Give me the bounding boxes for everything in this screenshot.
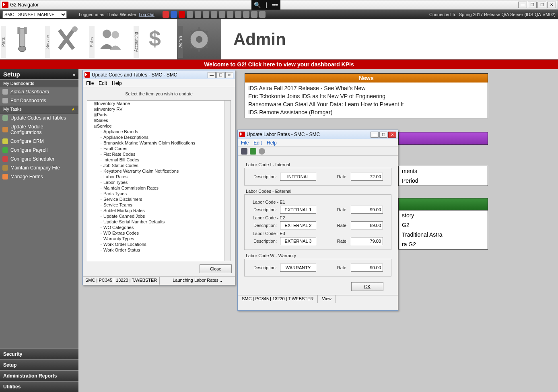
- toolbar-icon-1[interactable]: [163, 11, 169, 18]
- location-select[interactable]: SMC - SUNSET MARINE: [2, 11, 67, 18]
- tree-node-service[interactable]: Service: [94, 123, 231, 129]
- tree-leaf[interactable]: Update Serial Number Defaults: [100, 219, 231, 225]
- news-item[interactable]: Eric Tchokonte Joins IDS as Its New VP o…: [248, 92, 484, 100]
- tab-accounting[interactable]: Accounting $: [133, 19, 177, 60]
- toolbar-icon-11[interactable]: [243, 11, 249, 18]
- sidebar-item-manage-forms[interactable]: Manage Forms: [0, 172, 78, 181]
- lr-minimize-button[interactable]: —: [371, 132, 379, 138]
- lr-menu-file[interactable]: File: [241, 140, 249, 146]
- kpi-banner[interactable]: Welcome to G2! Click here to view your d…: [0, 60, 558, 69]
- tree-leaf[interactable]: Service Teams: [100, 202, 231, 208]
- tree-leaf[interactable]: Appliance Brands: [100, 129, 231, 134]
- tree-leaf[interactable]: Fault Codes: [100, 146, 231, 151]
- tree-leaf[interactable]: WO Categories: [100, 225, 231, 230]
- star-icon[interactable]: ★: [71, 107, 75, 112]
- e1-rate-input[interactable]: [351, 206, 383, 214]
- uc-close-button[interactable]: ✕: [225, 72, 233, 78]
- sidebar-item-configure-payroll[interactable]: Configure Payroll: [0, 146, 78, 155]
- e3-desc-input[interactable]: [280, 237, 316, 245]
- tab-admin[interactable]: Admin: [177, 19, 221, 60]
- tree-leaf[interactable]: Labor Types: [100, 179, 231, 185]
- sidebar-item-admin-dashboard[interactable]: Admin Dashboard: [0, 87, 78, 96]
- tab-service[interactable]: Service: [44, 19, 89, 60]
- link-partial[interactable]: ments: [399, 166, 488, 176]
- uc-minimize-button[interactable]: —: [208, 72, 216, 78]
- link-partial[interactable]: Period: [399, 176, 488, 186]
- tree-node[interactable]: Inventory RV: [94, 106, 231, 112]
- sidebar-item-update-modules[interactable]: Update Module Configurations: [0, 122, 78, 137]
- warranty-rate-input[interactable]: [351, 264, 383, 272]
- tree-leaf[interactable]: Sublet Markup Rates: [100, 208, 231, 213]
- save-icon[interactable]: [241, 148, 247, 155]
- tree-leaf[interactable]: Appliance Descriptions: [100, 134, 231, 140]
- e2-rate-input[interactable]: [351, 221, 383, 229]
- tree-leaf[interactable]: Warranty Types: [100, 236, 231, 241]
- sidebar-item-maintain-company[interactable]: Maintain Company File: [0, 163, 78, 172]
- sidebar-item-update-codes[interactable]: Update Codes and Tables: [0, 113, 78, 122]
- sidebar-bottom-setup[interactable]: Setup: [0, 359, 78, 370]
- sidebar-item-configure-crm[interactable]: Configure CRM: [0, 137, 78, 146]
- tree-leaf[interactable]: Work Order Locations: [100, 241, 231, 247]
- e3-rate-input[interactable]: [351, 237, 383, 245]
- tree-node[interactable]: Sales: [94, 118, 231, 123]
- link-partial[interactable]: G2: [399, 220, 488, 230]
- toolbar-icon-5[interactable]: [195, 11, 201, 18]
- lr-menu-help[interactable]: Help: [267, 140, 277, 146]
- toolbar-icon-6[interactable]: [203, 11, 209, 18]
- tab-parts[interactable]: Parts: [0, 19, 44, 60]
- tree-leaf[interactable]: Update Canned Jobs: [100, 213, 231, 219]
- toolbar-icon-3[interactable]: [179, 11, 185, 18]
- toolbar-icon-8[interactable]: [219, 11, 225, 18]
- sidebar-item-edit-dashboards[interactable]: Edit Dashboards: [0, 96, 78, 105]
- tree-node[interactable]: Inventory Marine: [94, 101, 231, 106]
- uc-menu-edit[interactable]: Edit: [99, 80, 107, 86]
- link-partial[interactable]: Traditional Astra: [399, 230, 488, 239]
- warranty-desc-input[interactable]: [280, 264, 316, 272]
- toolbar-icon-12[interactable]: [251, 11, 257, 18]
- toolbar-icon-10[interactable]: [235, 11, 241, 18]
- news-item[interactable]: IDS Remote Assistance (Bomgar): [248, 108, 484, 116]
- tree-leaf[interactable]: Brunswick Marine Warranty Claim Notifica…: [100, 140, 231, 146]
- toolbar-icon-13[interactable]: [259, 11, 266, 18]
- toolbar-icon-9[interactable]: [227, 11, 233, 18]
- lr-close-button[interactable]: ✕: [388, 132, 396, 138]
- toolbar-icon-4[interactable]: [187, 11, 193, 18]
- logout-link[interactable]: Log Out: [139, 12, 154, 17]
- tree-leaf[interactable]: Work Order Status: [100, 247, 231, 253]
- link-partial[interactable]: story: [399, 210, 488, 220]
- uc-maximize-button[interactable]: ☐: [216, 72, 224, 78]
- overlay-more-icon[interactable]: •••: [272, 2, 278, 8]
- tree-leaf[interactable]: Service Disclaimers: [100, 196, 231, 202]
- uc-menu-help[interactable]: Help: [112, 80, 122, 86]
- tree-leaf[interactable]: Flat Rate Codes: [100, 151, 231, 157]
- uc-tree[interactable]: Inventory Marine Inventory RV Parts Sale…: [87, 100, 231, 261]
- tree-leaf[interactable]: Internal Bill Codes: [100, 157, 231, 163]
- tree-leaf[interactable]: Labor Rates: [100, 174, 231, 179]
- cancel-icon[interactable]: [259, 148, 265, 155]
- internal-desc-input[interactable]: [280, 173, 316, 181]
- tree-leaf[interactable]: Parts Types: [100, 191, 231, 196]
- tree-leaf[interactable]: Job Status Codes: [100, 163, 231, 168]
- internal-rate-input[interactable]: [351, 173, 383, 181]
- tree-leaf[interactable]: Keystone Warranty Claim Notifications: [100, 168, 231, 174]
- restore-button[interactable]: ❐: [528, 2, 537, 8]
- uc-scrollbar[interactable]: [224, 101, 231, 261]
- tab-sales[interactable]: Sales: [89, 19, 133, 60]
- close-button[interactable]: ✕: [547, 2, 556, 8]
- maximize-button[interactable]: ☐: [537, 2, 546, 8]
- lr-titlebar[interactable]: Update Labor Rates - SMC - SMC — ☐ ✕: [238, 130, 398, 139]
- toolbar-icon-7[interactable]: [211, 11, 217, 18]
- refresh-icon[interactable]: [250, 148, 256, 155]
- minimize-button[interactable]: —: [518, 2, 527, 8]
- uc-menu-file[interactable]: File: [86, 80, 94, 86]
- lr-status-right[interactable]: View: [318, 295, 336, 303]
- lr-menu-edit[interactable]: Edit: [253, 140, 262, 146]
- sidebar-bottom-reports[interactable]: Administration Reports: [0, 370, 78, 381]
- sidebar-setup-head[interactable]: Setup«: [0, 69, 78, 79]
- news-item[interactable]: Ransomware Can Steal All Your Data: Lear…: [248, 100, 484, 108]
- tree-leaf[interactable]: WO Extras Codes: [100, 230, 231, 236]
- sidebar-item-configure-scheduler[interactable]: Configure Scheduler: [0, 155, 78, 163]
- e2-desc-input[interactable]: [280, 221, 316, 229]
- lr-maximize-button[interactable]: ☐: [379, 132, 387, 138]
- toolbar-icon-2[interactable]: [171, 11, 177, 18]
